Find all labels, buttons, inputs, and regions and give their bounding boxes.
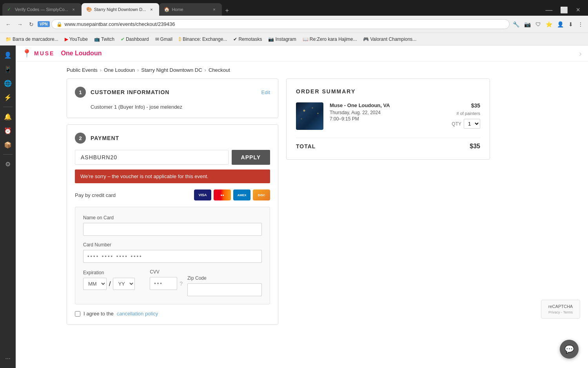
- sidebar-icon-globe[interactable]: 🌐: [2, 77, 14, 89]
- tab-1-title: Verify Codes — SimplyCo...: [15, 7, 68, 12]
- cvv-label: CVV: [150, 269, 183, 275]
- nav-bar: ← → ↻ VPN 🔒 www.musepaintbar.com/events/…: [0, 16, 588, 33]
- bookmark-binance[interactable]: ₿ Binance: Exchange...: [176, 36, 229, 43]
- extensions-button[interactable]: 🔧: [511, 20, 521, 29]
- cancellation-policy-link[interactable]: cancellation policy: [117, 311, 158, 317]
- card-details-row: Expiration MM / YY: [83, 269, 262, 296]
- breadcrumb-sep-2: ›: [137, 67, 139, 73]
- order-divider: [296, 138, 480, 138]
- logo-pin-icon: 📍: [22, 49, 32, 58]
- shield-button[interactable]: 🛡: [534, 20, 543, 29]
- edit-customer-link[interactable]: Edit: [261, 89, 270, 95]
- nav-icons: 🔧 📷 🛡 ⭐ 👤 ⬇ ⋮: [511, 20, 585, 29]
- expiration-label: Expiration: [83, 270, 145, 275]
- bookmark-instagram[interactable]: 📷 Instagram: [266, 36, 298, 43]
- payment-section-title: PAYMENT: [91, 135, 270, 141]
- cvv-help-icon[interactable]: ?: [180, 281, 183, 287]
- tab-1[interactable]: ✓ Verify Codes — SimplyCo... ×: [2, 3, 82, 16]
- tab-2[interactable]: 🎨 Starry Night Downtown D... ×: [82, 3, 160, 16]
- breadcrumb-public-events[interactable]: Public Events: [67, 67, 98, 73]
- back-button[interactable]: ←: [3, 20, 13, 29]
- bookmark-twitch[interactable]: 📺 Twitch: [92, 36, 117, 43]
- muse-logo-text: MUSE: [34, 50, 54, 56]
- header-location: One Loudoun: [61, 50, 102, 57]
- sidebar-icon-package[interactable]: 📦: [2, 138, 14, 151]
- close-button[interactable]: ×: [573, 4, 583, 16]
- order-item-time: 7:00–9:15 PM: [330, 116, 445, 122]
- chat-button[interactable]: 💬: [560, 340, 579, 359]
- breadcrumb-one-loudoun[interactable]: One Loudoun: [104, 67, 135, 73]
- expiry-year-select[interactable]: YY: [113, 278, 135, 290]
- browser-chrome: ✓ Verify Codes — SimplyCo... × 🎨 Starry …: [0, 0, 588, 46]
- bookmark-barra[interactable]: 📁 Barra de marcadore...: [3, 36, 61, 43]
- zip-code-input[interactable]: [187, 283, 262, 296]
- expiry-separator: /: [109, 281, 111, 288]
- card-form-section: Name on Card Card Number Expiration MM: [75, 207, 270, 304]
- amex-logo: AMEX: [233, 189, 250, 200]
- sidebar-icon-user[interactable]: 👤: [2, 49, 14, 61]
- qty-select[interactable]: 1: [464, 119, 480, 129]
- sidebar: 👤 📱 🌐 ⚡ 🔔 ⏰ 📦 ⚙ ···: [0, 46, 16, 368]
- sidebar-icon-mobile[interactable]: 📱: [2, 63, 14, 75]
- bookmark-remotasks[interactable]: ✔ Remotasks: [231, 36, 264, 43]
- name-on-card-input[interactable]: [83, 223, 262, 236]
- zip-code-label: Zip Code: [187, 275, 262, 281]
- sidebar-icon-bell[interactable]: 🔔: [2, 110, 14, 123]
- camera-button[interactable]: 📷: [523, 20, 532, 29]
- tab-3[interactable]: 🏠 Home ×: [159, 3, 222, 16]
- step-1-circle: 1: [75, 87, 86, 98]
- card-logos: VISA ●● AMEX DISC: [194, 189, 270, 200]
- bookmark-star-button[interactable]: ⭐: [544, 20, 554, 29]
- header-nav-arrow[interactable]: ›: [579, 49, 582, 58]
- cancellation-policy-row: I agree to the cancellation policy: [75, 311, 270, 317]
- voucher-input[interactable]: [75, 150, 229, 165]
- card-number-label: Card Number: [83, 242, 262, 248]
- tab-2-favicon: 🎨: [86, 7, 92, 12]
- total-label: TOTAL: [296, 143, 316, 149]
- expiry-month-select[interactable]: MM: [83, 278, 107, 290]
- pay-by-card-row: Pay by credit card VISA ●● AMEX DISC: [75, 189, 270, 200]
- sidebar-icon-clock[interactable]: ⏰: [2, 124, 14, 137]
- agree-text: I agree to the: [83, 311, 114, 317]
- breadcrumb-event[interactable]: Starry Night Downtown DC: [141, 67, 202, 73]
- qty-label: QTY: [452, 121, 461, 127]
- sidebar-icon-more[interactable]: ···: [2, 352, 14, 365]
- tab-1-close[interactable]: ×: [71, 6, 77, 13]
- visa-logo: VISA: [194, 189, 211, 200]
- page-content: 📍 MUSE One Loudoun › Public Events › One…: [16, 46, 588, 368]
- tab-2-close[interactable]: ×: [148, 6, 154, 13]
- vpn-badge: VPN: [38, 21, 50, 27]
- discover-logo: DISC: [253, 189, 270, 200]
- maximize-button[interactable]: ⬜: [558, 5, 570, 15]
- header-logo: 📍 MUSE: [22, 49, 54, 58]
- refresh-button[interactable]: ↻: [27, 20, 36, 29]
- user-button[interactable]: 👤: [555, 20, 565, 29]
- bookmark-valorant[interactable]: 🎮 Valorant Champions...: [361, 36, 419, 43]
- sidebar-icon-settings[interactable]: ⚙: [2, 158, 14, 170]
- bookmark-dashboard[interactable]: ✔ Dashboard: [118, 36, 151, 43]
- breadcrumb-current: Checkout: [209, 67, 230, 73]
- address-bar[interactable]: 🔒 www.musepaintbar.com/events/checkout/2…: [51, 19, 510, 29]
- cvv-input[interactable]: [150, 277, 177, 290]
- order-summary-title: ORDER SUMMARY: [296, 88, 480, 95]
- cancellation-policy-checkbox[interactable]: [75, 311, 80, 317]
- minimize-button[interactable]: —: [543, 4, 555, 16]
- zip-code-group: Zip Code: [187, 275, 262, 296]
- sidebar-icon-lightning[interactable]: ⚡: [2, 91, 14, 104]
- bookmark-rezero[interactable]: 📖 Re:Zero kara Hajime...: [300, 36, 359, 43]
- bookmark-youtube[interactable]: ▶ YouTube: [62, 36, 90, 43]
- menu-button[interactable]: ⋮: [576, 20, 585, 29]
- card-number-input[interactable]: [83, 250, 262, 263]
- forward-button[interactable]: →: [15, 20, 25, 29]
- tab-1-favicon: ✓: [7, 7, 13, 12]
- tab-3-close[interactable]: ×: [211, 6, 217, 13]
- bookmark-gmail[interactable]: ✉ Gmail: [153, 36, 175, 43]
- download-button[interactable]: ⬇: [567, 20, 575, 29]
- card-number-group: Card Number: [83, 242, 262, 263]
- name-on-card-group: Name on Card: [83, 215, 262, 236]
- apply-voucher-button[interactable]: APPLY: [232, 150, 270, 165]
- new-tab-button[interactable]: +: [222, 5, 232, 16]
- recaptcha-widget: reCAPTCHA Privacy - Terms: [541, 300, 580, 319]
- payment-section-header: 2 PAYMENT: [75, 133, 270, 144]
- left-panel: 1 CUSTOMER INFORMATION Edit Customer 1 (…: [67, 78, 278, 331]
